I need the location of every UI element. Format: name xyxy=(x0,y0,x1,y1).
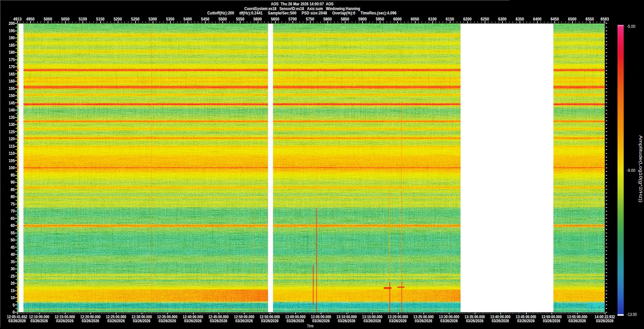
svg-text:6593: 6593 xyxy=(601,17,609,21)
svg-text:-13.00: -13.00 xyxy=(627,312,637,317)
svg-text:Time: Time xyxy=(307,324,314,328)
svg-text:5950: 5950 xyxy=(376,17,384,21)
svg-text:03/26/2026: 03/26/2026 xyxy=(517,319,535,323)
svg-text:5800: 5800 xyxy=(323,17,332,21)
svg-text:85: 85 xyxy=(11,187,15,192)
svg-text:0: 0 xyxy=(13,310,15,315)
svg-text:03/26/2026: 03/26/2026 xyxy=(133,319,150,323)
svg-text:5500: 5500 xyxy=(218,17,227,21)
svg-text:10: 10 xyxy=(11,295,15,300)
svg-text:5850: 5850 xyxy=(341,17,349,21)
svg-text:195: 195 xyxy=(9,29,15,33)
svg-text:03/26/2026: 03/26/2026 xyxy=(543,319,560,323)
svg-text:6500: 6500 xyxy=(568,17,577,21)
svg-text:140: 140 xyxy=(9,108,15,112)
svg-text:40: 40 xyxy=(11,252,15,257)
svg-text:03/26/2026: 03/26/2026 xyxy=(389,319,407,323)
svg-text:60: 60 xyxy=(11,223,15,228)
svg-text:160: 160 xyxy=(9,79,15,84)
svg-text:6200: 6200 xyxy=(463,17,472,21)
svg-text:03/26/2026: 03/26/2026 xyxy=(8,319,26,323)
svg-text:120: 120 xyxy=(9,137,15,141)
svg-text:5650: 5650 xyxy=(271,17,279,21)
svg-text:170: 170 xyxy=(9,64,15,69)
svg-text:6050: 6050 xyxy=(411,17,419,21)
svg-text:03/26/2026: 03/26/2026 xyxy=(107,319,125,323)
svg-text:5700: 5700 xyxy=(288,17,297,21)
svg-text:6450: 6450 xyxy=(550,17,559,21)
svg-text:6000: 6000 xyxy=(393,17,401,21)
svg-text:5900: 5900 xyxy=(358,17,367,21)
svg-text:03/26/2026: 03/26/2026 xyxy=(261,319,278,323)
svg-text:50: 50 xyxy=(11,238,15,242)
svg-text:03/26/2026: 03/26/2026 xyxy=(235,319,253,323)
svg-text:30: 30 xyxy=(11,267,15,271)
svg-text:03/26/2026: 03/26/2026 xyxy=(596,319,613,323)
svg-text:03/26/2026: 03/26/2026 xyxy=(569,319,586,323)
svg-text:150: 150 xyxy=(9,93,15,98)
svg-text:5450: 5450 xyxy=(201,17,209,21)
svg-text:5300: 5300 xyxy=(149,17,157,21)
svg-text:55: 55 xyxy=(11,231,15,235)
svg-text:03/26/2026: 03/26/2026 xyxy=(492,319,509,323)
svg-text:5000: 5000 xyxy=(44,17,52,21)
svg-text:Amplitude(Log10(g^2/Hz)): Amplitude(Log10(g^2/Hz)) xyxy=(638,135,643,202)
svg-text:03/26/2026: 03/26/2026 xyxy=(338,319,355,323)
svg-text:6150: 6150 xyxy=(446,17,454,21)
svg-text:03/26/2026: 03/26/2026 xyxy=(184,319,202,323)
svg-text:5750: 5750 xyxy=(306,17,314,21)
svg-text:185: 185 xyxy=(9,43,15,48)
svg-text:5: 5 xyxy=(13,303,15,308)
svg-text:100: 100 xyxy=(9,166,15,170)
svg-text:135: 135 xyxy=(9,115,15,120)
svg-text:145: 145 xyxy=(9,101,15,105)
svg-text:5400: 5400 xyxy=(183,17,192,21)
svg-text:03/26/2026: 03/26/2026 xyxy=(159,319,176,323)
svg-text:165: 165 xyxy=(9,72,15,77)
svg-text:5550: 5550 xyxy=(236,17,244,21)
svg-text:5100: 5100 xyxy=(78,17,87,21)
svg-text:03/26/2026: 03/26/2026 xyxy=(56,319,73,323)
svg-text:-9.00: -9.00 xyxy=(627,168,636,173)
svg-text:190: 190 xyxy=(9,36,15,40)
svg-text:90: 90 xyxy=(11,180,15,185)
svg-text:4913: 4913 xyxy=(13,17,22,21)
svg-text:175: 175 xyxy=(9,57,15,62)
svg-text:03/26/2026: 03/26/2026 xyxy=(415,319,432,323)
svg-text:130: 130 xyxy=(9,122,15,127)
svg-text:6300: 6300 xyxy=(498,17,506,21)
svg-text:03/26/2026: 03/26/2026 xyxy=(364,319,381,323)
svg-text:35: 35 xyxy=(11,260,15,264)
svg-text:03/26/2026: 03/26/2026 xyxy=(287,319,304,323)
svg-text:70: 70 xyxy=(11,209,15,214)
svg-text:125: 125 xyxy=(9,130,15,134)
svg-text:6550: 6550 xyxy=(586,17,594,21)
svg-text:03/26/2026: 03/26/2026 xyxy=(440,319,458,323)
svg-text:03/26/2026: 03/26/2026 xyxy=(312,319,330,323)
svg-text:03/26/2026: 03/26/2026 xyxy=(466,319,483,323)
svg-text:5200: 5200 xyxy=(114,17,122,21)
svg-text:5600: 5600 xyxy=(254,17,262,21)
svg-text:115: 115 xyxy=(9,144,15,149)
svg-text:20: 20 xyxy=(11,281,15,286)
svg-text:03/26/2026: 03/26/2026 xyxy=(31,319,48,323)
svg-text:5250: 5250 xyxy=(131,17,140,21)
svg-text:5150: 5150 xyxy=(96,17,105,21)
svg-text:03/26/2026: 03/26/2026 xyxy=(210,319,227,323)
svg-text:03/26/2026: 03/26/2026 xyxy=(82,319,99,323)
svg-text:95: 95 xyxy=(11,173,15,178)
svg-text:6400: 6400 xyxy=(533,17,541,21)
svg-text:45: 45 xyxy=(11,245,15,250)
svg-text:80: 80 xyxy=(11,194,15,199)
svg-text:6100: 6100 xyxy=(428,17,437,21)
svg-text:75: 75 xyxy=(11,202,15,206)
svg-text:4950: 4950 xyxy=(26,17,35,21)
svg-text:110: 110 xyxy=(9,151,15,156)
svg-text:15: 15 xyxy=(11,288,15,293)
svg-text:5350: 5350 xyxy=(166,17,174,21)
svg-text:6250: 6250 xyxy=(481,17,489,21)
svg-text:-5.00: -5.00 xyxy=(627,24,636,29)
svg-text:5050: 5050 xyxy=(61,17,69,21)
svg-text:65: 65 xyxy=(11,216,15,221)
svg-text:200: 200 xyxy=(9,21,15,26)
